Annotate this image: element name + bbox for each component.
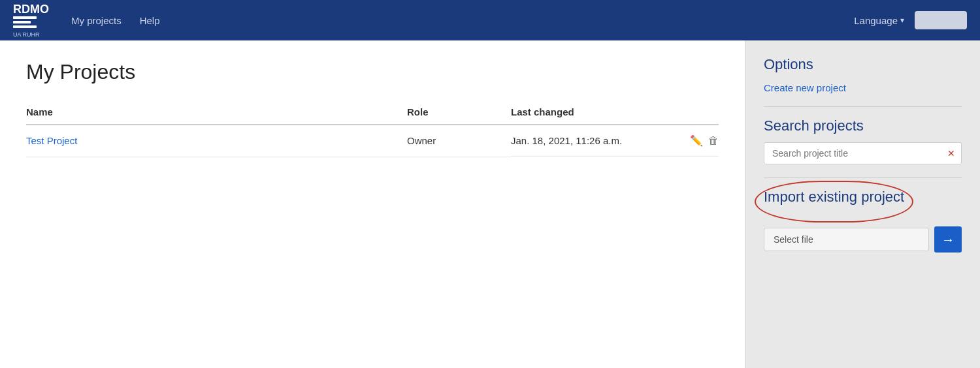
page-title: My Projects xyxy=(26,60,719,84)
project-last-changed: Jan. 18, 2021, 11:26 a.m. xyxy=(511,135,622,146)
import-title-wrapper: Import existing project xyxy=(764,189,904,215)
language-dropdown[interactable]: Language xyxy=(854,15,904,26)
import-title: Import existing project xyxy=(764,189,904,206)
main-container: My Projects Name Role Last changed Test … xyxy=(0,40,980,368)
navbar-brand[interactable]: RDMO UA RUHR xyxy=(13,3,49,38)
search-title: Search projects xyxy=(764,117,962,134)
table-header-row: Name Role Last changed xyxy=(26,100,719,125)
table-row: Test Project Owner Jan. 18, 2021, 11:26 … xyxy=(26,125,719,157)
search-input-wrapper: ✕ xyxy=(764,142,962,164)
col-header-role: Role xyxy=(407,100,511,125)
select-file-button[interactable]: Select file xyxy=(764,228,929,251)
import-go-button[interactable]: → xyxy=(934,226,962,253)
col-header-name: Name xyxy=(26,100,407,125)
brand-logo-lines xyxy=(13,16,37,31)
import-file-row: Select file → xyxy=(764,226,962,253)
brand-name: RDMO xyxy=(13,3,49,15)
nav-help[interactable]: Help xyxy=(137,10,163,31)
content-area: My Projects Name Role Last changed Test … xyxy=(0,40,745,368)
project-changed-cell: Jan. 18, 2021, 11:26 a.m. ✏️ 🗑 xyxy=(511,125,719,157)
search-clear-icon[interactable]: ✕ xyxy=(947,148,955,159)
search-input[interactable] xyxy=(764,142,962,164)
brand-sub: UA RUHR xyxy=(13,31,40,38)
user-badge xyxy=(915,11,967,29)
nav-links: My projects Help xyxy=(69,10,854,31)
action-icons: ✏️ 🗑 xyxy=(690,134,719,147)
col-header-changed: Last changed xyxy=(511,100,719,125)
project-name-cell: Test Project xyxy=(26,125,407,157)
sidebar-divider-1 xyxy=(764,106,962,107)
sidebar-divider-2 xyxy=(764,177,962,178)
project-link[interactable]: Test Project xyxy=(26,135,77,146)
edit-icon[interactable]: ✏️ xyxy=(690,134,703,147)
nav-my-projects[interactable]: My projects xyxy=(69,10,124,31)
create-new-project-link[interactable]: Create new project xyxy=(764,82,962,93)
navbar: RDMO UA RUHR My projects Help Language xyxy=(0,0,980,40)
arrow-right-icon: → xyxy=(941,232,955,247)
navbar-right: Language xyxy=(854,11,967,29)
project-role-cell: Owner xyxy=(407,125,511,157)
language-label: Language xyxy=(854,15,898,26)
projects-table: Name Role Last changed Test Project Owne… xyxy=(26,100,719,157)
options-title: Options xyxy=(764,56,962,73)
sidebar: Options Create new project Search projec… xyxy=(745,40,980,368)
delete-icon[interactable]: 🗑 xyxy=(708,135,719,147)
